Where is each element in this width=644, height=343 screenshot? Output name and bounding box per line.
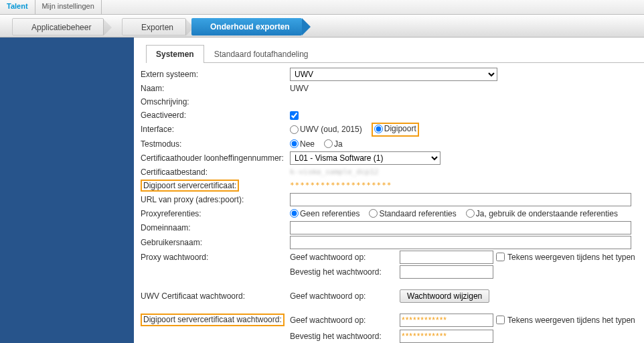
- label-omschrijving: Omschrijving:: [139, 97, 290, 107]
- label-geef-wachtwoord-uwv: Geef wachtwoord op:: [290, 291, 397, 301]
- label-url-proxy: URL van proxy (adres:poort):: [139, 195, 290, 204]
- label-uwv-cert-wachtwoord: UWV Certificaat wachtwoord:: [139, 291, 290, 301]
- label-certbestand: Certificaatbestand:: [139, 167, 290, 177]
- chevron-right-icon: [302, 18, 311, 36]
- radio-testmodus-ja[interactable]: Ja: [324, 139, 343, 149]
- form: Extern systeem: UWV Naam: UWV Omschrijvi…: [139, 67, 644, 343]
- label-digipoort-cert-wachtwoord: Digipoort servercertificaat wachtwoord:: [141, 314, 285, 327]
- radio-proxyref-geen[interactable]: Geen referenties: [290, 209, 359, 218]
- highlight-digipoort: Digipoort: [372, 123, 419, 137]
- checkbox-geactiveerd[interactable]: [290, 111, 299, 120]
- radio-interface-digipoort[interactable]: Digipoort: [374, 124, 416, 133]
- label-domeinnaam: Domeinnaam:: [139, 223, 290, 232]
- tab-systemen[interactable]: Systemen: [146, 45, 204, 63]
- label-proxy-wachtwoord: Proxy wachtwoord:: [139, 253, 290, 262]
- breadcrumb-label: Applicatiebeheer: [31, 23, 91, 32]
- breadcrumb-onderhoud-exporten[interactable]: Onderhoud exporten: [191, 18, 302, 36]
- label-geef-wachtwoord: Geef wachtwoord op:: [290, 253, 397, 262]
- label-bevestig-wachtwoord: Bevestig het wachtwoord:: [290, 267, 397, 277]
- top-tab-mijn-instellingen[interactable]: Mijn instellingen: [35, 0, 102, 14]
- label-geef-wachtwoord-digi: Geef wachtwoord op:: [290, 316, 397, 325]
- label-naam: Naam:: [139, 84, 290, 93]
- inner-tabs: Systemen Standaard foutafhandeling: [146, 44, 644, 63]
- top-tab-talent[interactable]: Talent: [0, 0, 35, 14]
- value-naam: UWV: [290, 84, 644, 93]
- label-interface: Interface:: [139, 125, 290, 134]
- chevron-right-icon: [103, 19, 112, 36]
- radio-testmodus-nee[interactable]: Nee: [290, 139, 315, 149]
- label-certhouder: Certificaathouder loonheffingennummer:: [139, 153, 290, 163]
- select-extern-systeem[interactable]: UWV: [290, 68, 497, 81]
- label-extern-systeem: Extern systeem:: [139, 70, 290, 79]
- breadcrumb-label: Onderhoud exporten: [210, 22, 290, 31]
- sidebar: [0, 38, 134, 343]
- select-certhouder[interactable]: L01 - Visma Software (1): [290, 151, 440, 165]
- label-geactiveerd: Geactiveerd:: [139, 111, 290, 120]
- breadcrumb: Applicatiebeheer Exporten Onderhoud expo…: [0, 15, 644, 38]
- input-digipoort-pwd2[interactable]: [400, 330, 493, 343]
- breadcrumb-applicatiebeheer[interactable]: Applicatiebeheer: [12, 18, 104, 36]
- content-panel: Systemen Standaard foutafhandeling Exter…: [134, 38, 644, 343]
- top-tab-bar: Talent Mijn instellingen: [0, 0, 644, 15]
- checkbox-show-proxy-pwd[interactable]: Tekens weergeven tijdens het typen: [496, 253, 635, 262]
- breadcrumb-label: Exporten: [141, 23, 173, 32]
- label-gebruikersnaam: Gebruikersnaam:: [139, 238, 290, 247]
- input-domeinnaam[interactable]: [290, 221, 631, 234]
- input-proxy-pwd1[interactable]: [400, 251, 493, 264]
- breadcrumb-exporten[interactable]: Exporten: [122, 18, 186, 36]
- button-wachtwoord-wijzigen[interactable]: Wachtwoord wijzigen: [400, 289, 489, 303]
- label-testmodus: Testmodus:: [139, 139, 290, 149]
- input-digipoort-pwd1[interactable]: [400, 314, 493, 327]
- radio-proxyref-ja[interactable]: Ja, gebruik de onderstaande referenties: [466, 209, 618, 218]
- label-digipoort-servercert: Digipoort servercertificaat:: [141, 180, 239, 192]
- value-digipoort-servercert: ********************: [290, 181, 392, 190]
- label-bevestig-wachtwoord-digi: Bevestig het wachtwoord:: [290, 332, 397, 341]
- input-gebruikersnaam[interactable]: [290, 236, 631, 249]
- checkbox-show-digipoort-pwd[interactable]: Tekens weergeven tijdens het typen: [496, 316, 635, 325]
- label-proxyref: Proxyreferenties:: [139, 209, 290, 218]
- tab-standaard-foutafhandeling[interactable]: Standaard foutafhandeling: [204, 45, 319, 63]
- radio-proxyref-standaard[interactable]: Standaard referenties: [369, 209, 456, 218]
- value-certbestand: k-visma_sample_dcp12: [290, 167, 378, 176]
- input-proxy-pwd2[interactable]: [400, 265, 493, 279]
- radio-interface-uwv-oud[interactable]: UWV (oud, 2015): [290, 125, 362, 134]
- input-url-proxy[interactable]: [290, 193, 631, 206]
